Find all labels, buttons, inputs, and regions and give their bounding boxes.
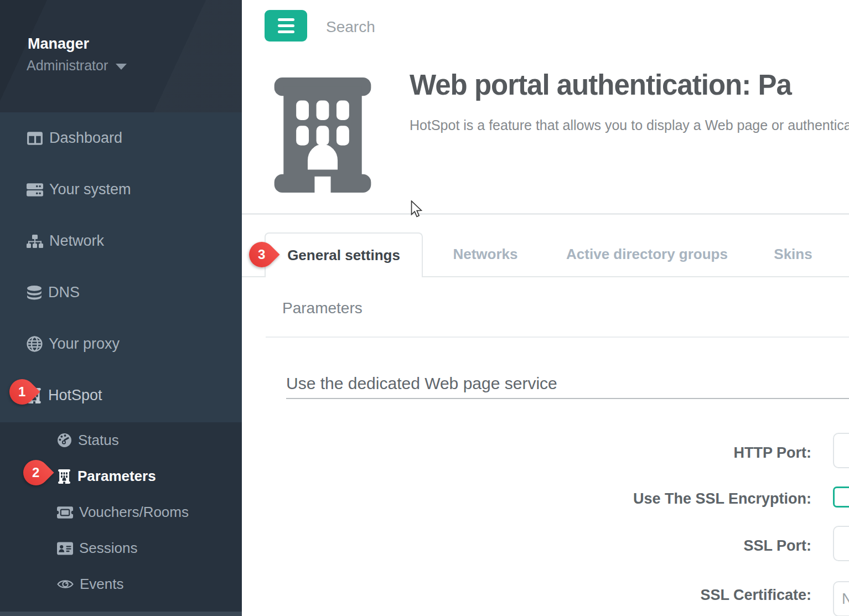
columns-icon xyxy=(27,131,43,146)
sidebar-item-label: Dashboard xyxy=(49,130,122,147)
mouse-cursor xyxy=(410,200,423,218)
header-divider xyxy=(242,213,849,215)
server-icon xyxy=(27,183,43,197)
page-subtitle: HotSpot is a feature that allows you to … xyxy=(410,117,849,133)
submenu-item-label: Events xyxy=(80,576,124,593)
sidebar-item-label: Your system xyxy=(49,181,131,198)
sitemap-icon xyxy=(27,234,43,249)
sidebar-item-label: DNS xyxy=(48,284,80,301)
globe-icon xyxy=(27,336,43,352)
submenu-item-events[interactable]: Events xyxy=(0,566,242,602)
fieldset-legend-label: Use the dedicated Web page service xyxy=(286,374,557,392)
building-icon xyxy=(57,469,71,484)
sidebar-footer-strip xyxy=(0,612,242,616)
tab-networks[interactable]: Networks xyxy=(453,232,517,276)
gauge-icon xyxy=(57,433,72,448)
ssl-encryption-checkbox[interactable] xyxy=(833,486,849,508)
ssl-port-label: SSL Port: xyxy=(463,537,811,555)
sidebar: Manager Administrator Dashboard Your sys… xyxy=(0,0,242,616)
annotation-number: 1 xyxy=(18,384,25,400)
ssl-certificate-select[interactable]: N xyxy=(833,581,849,616)
section-divider xyxy=(266,337,849,338)
http-port-input[interactable] xyxy=(833,433,849,468)
sidebar-item-dns[interactable]: DNS xyxy=(0,267,242,318)
chevron-down-icon xyxy=(116,64,127,70)
page-title: Web portal authentication: Pa xyxy=(410,69,849,101)
ssl-certificate-label: SSL Certificate: xyxy=(463,587,811,604)
user-role-dropdown[interactable]: Administrator xyxy=(27,58,127,74)
submenu-item-label: Status xyxy=(78,432,119,449)
sidebar-item-network[interactable]: Network xyxy=(0,215,242,267)
menu-toggle-button[interactable] xyxy=(265,10,307,42)
ssl-port-input[interactable] xyxy=(833,526,849,561)
database-icon xyxy=(27,286,42,300)
section-title: Parameters xyxy=(282,299,363,317)
ticket-icon xyxy=(57,506,73,519)
sidebar-item-your-proxy[interactable]: Your proxy xyxy=(0,318,242,370)
sidebar-item-dashboard[interactable]: Dashboard xyxy=(0,112,242,164)
sidebar-user-panel: Manager Administrator xyxy=(0,0,242,112)
eye-icon xyxy=(57,578,74,591)
sidebar-item-your-system[interactable]: Your system xyxy=(0,164,242,215)
annotation-number: 3 xyxy=(258,247,265,262)
sidebar-item-label: Your proxy xyxy=(49,335,120,353)
submenu-item-status[interactable]: Status xyxy=(0,422,242,458)
main-content: Web portal authentication: Pa HotSpot is… xyxy=(242,0,849,616)
hotspot-submenu: Status Parameters Vouchers/Rooms xyxy=(0,422,242,612)
submenu-item-sessions[interactable]: Sessions xyxy=(0,530,242,566)
user-name: Manager xyxy=(28,35,89,53)
tab-bar: General settings Networks Active directo… xyxy=(242,232,849,277)
search-input[interactable] xyxy=(325,15,557,39)
tab-skins[interactable]: Skins xyxy=(774,232,812,276)
id-card-icon xyxy=(57,542,73,555)
user-role-label: Administrator xyxy=(27,58,108,74)
fieldset-legend: Use the dedicated Web page service xyxy=(286,374,849,399)
building-icon xyxy=(265,77,381,195)
submenu-item-vouchers-rooms[interactable]: Vouchers/Rooms xyxy=(0,494,242,530)
submenu-item-label: Parameters xyxy=(77,468,156,485)
submenu-item-label: Vouchers/Rooms xyxy=(79,504,189,521)
annotation-number: 2 xyxy=(32,465,39,480)
sidebar-item-label: Network xyxy=(49,232,104,250)
tab-active-directory-groups[interactable]: Active directory groups xyxy=(566,232,728,276)
http-port-label: HTTP Port: xyxy=(463,444,811,462)
submenu-item-label: Sessions xyxy=(79,540,138,557)
sidebar-nav: Dashboard Your system Network xyxy=(0,112,242,421)
tab-general-settings[interactable]: General settings xyxy=(265,232,423,277)
ssl-encryption-label: Use The SSL Encryption: xyxy=(463,490,811,508)
ssl-certificate-value: N xyxy=(842,591,849,608)
sidebar-item-label: HotSpot xyxy=(48,387,102,404)
